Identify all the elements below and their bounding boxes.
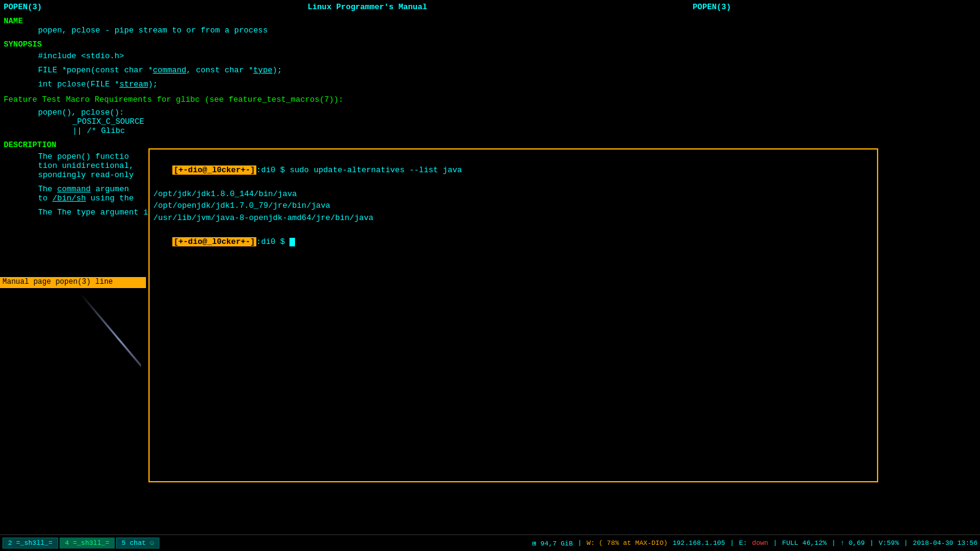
man-feature-line: Feature Test Macro Requirements for glib… [4,95,731,104]
brightness-info: ↑ 0,69 [841,539,865,547]
terminal-output-1: /opt/jdk/jdk1.8.0_144/bin/java [153,188,873,200]
man-func1: FILE *popen(const char *command, const c… [4,66,731,75]
man-name-label: NAME [4,17,731,26]
ip-info: 192.168.1.105 [673,539,725,547]
status-tab-2[interactable]: 4 =_sh3ll_= [59,538,115,549]
volume-info: V:59% [879,539,899,547]
full-info: FULL 46,12% [782,539,827,547]
separator4: | [832,539,836,547]
prompt1: [+-dio@_l0cker+-] [172,165,256,175]
terminal-output-3: /usr/lib/jvm/java-8-openjdk-amd64/jre/bi… [153,212,873,224]
status-tabs: 2 =_sh3ll_= 4 =_sh3ll_= 5 chat ☺ [2,538,159,549]
man-glibc: || /* Glibc [4,126,731,135]
man-header-left: POPEN(3) [4,2,42,12]
disk-info: ⊞ 94,7 GiB [532,539,573,547]
man-header-center: Linux Programmer's Manual [307,2,427,12]
man-header-right: POPEN(3) [693,2,731,12]
man-page-header: POPEN(3) Linux Programmer's Manual POPEN… [4,2,731,12]
terminal-output-2: /opt/openjdk/jdk1.7.0_79/jre/bin/java [153,200,873,212]
terminal-line-2: [+-dio@_l0cker+-]:di0 $ [153,224,873,260]
man-posix: _POSIX_C_SOURCE [4,117,731,126]
statusbar: 2 =_sh3ll_= 4 =_sh3ll_= 5 chat ☺ ⊞ 94,7 … [0,534,980,551]
down-label: down [752,539,768,547]
man-include: #include <stdio.h> [4,51,731,61]
man-status-bar: Manual page popen(3) line [0,277,146,288]
man-func2: int pclose(FILE *stream); [4,80,731,89]
status-right: ⊞ 94,7 GiB | W: ( 78% at MAX-DIO) 192.16… [532,539,978,547]
light-beam-decoration [31,294,141,405]
wifi-info: W: ( 78% at MAX-DIO) [587,539,668,547]
man-name-content: popen, pclose - pipe stream to or from a… [4,26,731,35]
status-tab-1[interactable]: 2 =_sh3ll_= [2,538,58,549]
separator6: | [904,539,908,547]
terminal-cursor [289,238,295,246]
prompt2: [+-dio@_l0cker+-] [172,237,256,246]
terminal-pane[interactable]: [+-dio@_l0cker+-]:di0 $ sudo update-alte… [148,148,878,482]
terminal-line-1: [+-dio@_l0cker+-]:di0 $ sudo update-alte… [153,152,873,188]
separator5: | [870,539,874,547]
separator3: | [773,539,778,547]
status-tab-3[interactable]: 5 chat ☺ [116,538,159,549]
man-synopsis-label: SYNOPSIS [4,40,731,49]
man-popen-pclose: popen(), pclose(): [4,108,731,117]
separator1: | [578,539,582,547]
separator2: | [730,539,734,547]
direction-info: E: [739,539,747,547]
datetime-info: 2018-04-30 13:56 [913,539,978,547]
